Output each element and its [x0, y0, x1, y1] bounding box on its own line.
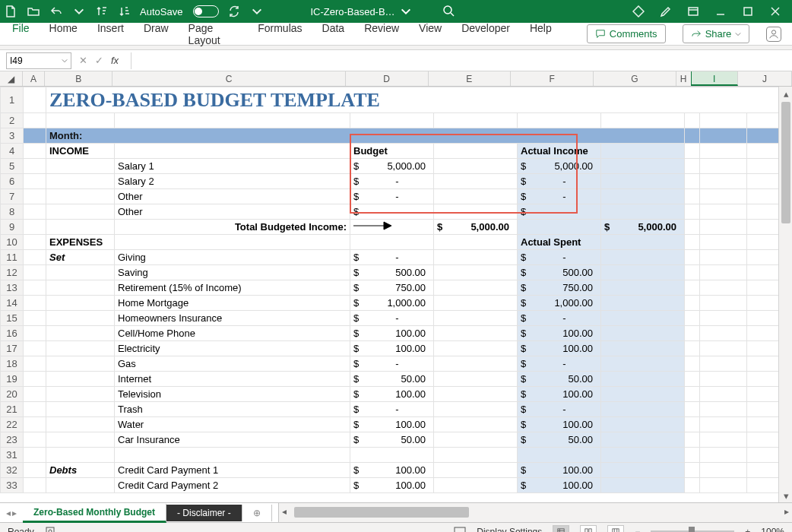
debt-item-name[interactable]: Credit Card Payment 1 [115, 463, 350, 478]
ribbon-tab-draw[interactable]: Draw [142, 19, 170, 49]
expense-item-name[interactable]: Car Insurance [115, 432, 350, 448]
minimize-icon[interactable] [713, 4, 728, 19]
row-header[interactable]: 11 [1, 250, 24, 265]
expense-item-budget[interactable]: $50.00 [350, 372, 434, 387]
expense-item-name[interactable]: Water [115, 417, 350, 432]
cell[interactable] [46, 204, 115, 220]
total-actual-income[interactable]: $5,000.00 [601, 220, 685, 235]
comments-button[interactable]: Comments [587, 24, 666, 43]
income-item-budget[interactable]: $- [350, 174, 434, 189]
expense-item-budget[interactable]: $- [350, 356, 434, 372]
cell[interactable] [115, 235, 350, 250]
cell[interactable] [601, 372, 685, 387]
row-header[interactable]: 13 [1, 280, 24, 296]
cell[interactable] [601, 250, 685, 265]
cell[interactable] [434, 463, 518, 478]
cell[interactable] [700, 189, 747, 204]
cell[interactable] [24, 402, 46, 417]
cell[interactable] [350, 235, 434, 250]
cell[interactable] [685, 296, 700, 311]
cell[interactable] [434, 296, 518, 311]
cell[interactable] [685, 113, 700, 128]
cell[interactable] [46, 478, 115, 493]
account-icon[interactable] [766, 27, 781, 42]
cell[interactable] [700, 265, 747, 280]
cell[interactable] [685, 250, 700, 265]
cell[interactable] [24, 204, 46, 220]
cell[interactable] [46, 356, 115, 372]
name-box[interactable]: I49 [6, 52, 71, 69]
maximize-icon[interactable] [740, 4, 756, 19]
cell[interactable] [601, 402, 685, 417]
cell[interactable] [434, 144, 518, 159]
display-settings-label[interactable]: Display Settings [477, 527, 542, 532]
tab-nav-next-icon[interactable]: ▸ [12, 508, 17, 518]
sheet-tab-active[interactable]: Zero-Based Monthly Budget [23, 504, 166, 523]
row-header[interactable]: 21 [1, 402, 24, 417]
cell[interactable] [601, 265, 685, 280]
expense-item-name[interactable]: Cell/Home Phone [115, 326, 350, 341]
month-label[interactable]: Month: [46, 128, 685, 144]
expense-item-budget[interactable]: $750.00 [350, 280, 434, 296]
col-header[interactable]: F [511, 71, 594, 86]
row-header[interactable]: 16 [1, 326, 24, 341]
debt-item-budget[interactable]: $100.00 [350, 478, 434, 493]
cell[interactable] [601, 311, 685, 326]
cell[interactable] [700, 159, 747, 174]
cell[interactable] [601, 189, 685, 204]
cell[interactable] [434, 250, 518, 265]
ribbon-tab-help[interactable]: Help [528, 19, 553, 49]
debt-item-actual[interactable]: $100.00 [518, 478, 601, 493]
row-header[interactable]: 19 [1, 372, 24, 387]
cell[interactable] [434, 280, 518, 296]
row-header[interactable]: 9 [1, 220, 24, 235]
page-layout-view-button[interactable] [580, 525, 597, 532]
cell[interactable] [434, 372, 518, 387]
cell[interactable] [350, 448, 434, 463]
cell[interactable] [24, 174, 46, 189]
cell[interactable] [700, 128, 747, 144]
cell[interactable] [24, 128, 46, 144]
share-button[interactable]: Share [683, 24, 750, 43]
expense-item-budget[interactable]: $1,000.00 [350, 296, 434, 311]
cell[interactable] [700, 280, 747, 296]
cell[interactable] [700, 356, 747, 372]
cell[interactable] [434, 235, 518, 250]
actual-spent-header[interactable]: Actual Spent [518, 235, 601, 250]
cell[interactable] [685, 174, 700, 189]
col-header[interactable]: E [429, 71, 512, 86]
expense-item-budget[interactable]: $100.00 [350, 387, 434, 402]
cell[interactable] [685, 417, 700, 432]
income-item-actual[interactable]: $- [518, 204, 601, 220]
formula-input[interactable] [131, 52, 792, 69]
cell[interactable] [24, 341, 46, 356]
cell[interactable] [46, 220, 115, 235]
scroll-left-icon[interactable]: ◂ [282, 506, 287, 517]
cell[interactable] [434, 356, 518, 372]
cell[interactable] [46, 326, 115, 341]
total-budgeted-income[interactable]: $5,000.00 [434, 220, 518, 235]
ribbon-tab-home[interactable]: Home [48, 19, 79, 49]
cell[interactable] [700, 311, 747, 326]
expense-item-budget[interactable]: $100.00 [350, 341, 434, 356]
search-button[interactable] [442, 5, 455, 19]
col-header[interactable]: I [692, 71, 738, 86]
debt-item-name[interactable]: Credit Card Payment 2 [115, 478, 350, 493]
cell[interactable] [601, 448, 685, 463]
cell[interactable] [700, 326, 747, 341]
cell[interactable] [434, 341, 518, 356]
expense-item-budget[interactable]: $- [350, 311, 434, 326]
cell[interactable] [700, 417, 747, 432]
open-file-icon[interactable] [26, 4, 41, 19]
row-header[interactable]: 15 [1, 311, 24, 326]
cell[interactable] [24, 144, 46, 159]
cell[interactable] [24, 113, 46, 128]
horizontal-scrollbar[interactable]: ◂ ▸ [278, 503, 792, 522]
expenses-header[interactable]: EXPENSES [46, 235, 115, 250]
budget-header[interactable]: Budget [350, 144, 434, 159]
filename-area[interactable]: IC-Zero-Based-B… [310, 5, 411, 17]
cell[interactable] [434, 402, 518, 417]
scroll-up-icon[interactable]: ▴ [779, 87, 792, 100]
ribbon-display-icon[interactable] [686, 4, 701, 19]
cell[interactable] [24, 87, 46, 113]
